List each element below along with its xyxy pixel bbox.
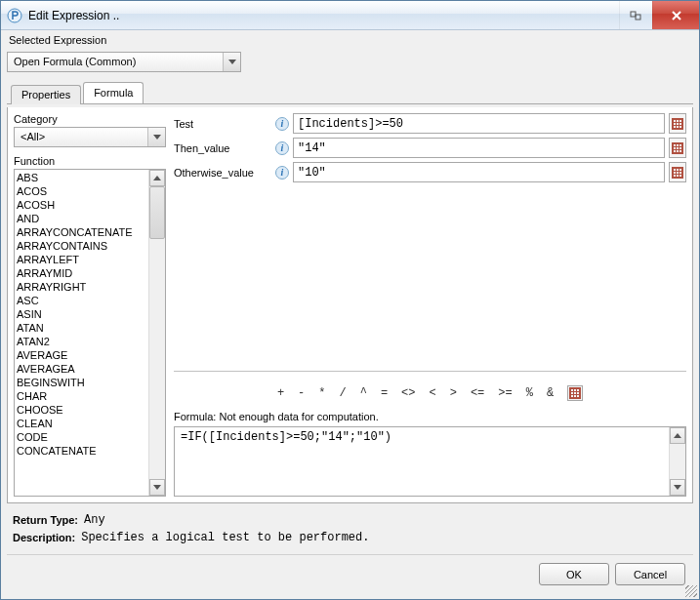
operator-button[interactable]: * bbox=[318, 386, 325, 400]
scroll-thumb[interactable] bbox=[149, 186, 165, 239]
operator-button[interactable]: >= bbox=[498, 386, 512, 400]
list-item[interactable]: ATAN bbox=[17, 321, 146, 335]
divider bbox=[174, 371, 686, 372]
category-label: Category bbox=[14, 113, 166, 125]
scroll-track[interactable] bbox=[149, 186, 165, 479]
close-icon bbox=[671, 10, 682, 21]
window-title: Edit Expression .. bbox=[28, 9, 619, 22]
category-value: <All> bbox=[21, 131, 45, 142]
list-item[interactable]: ARRAYCONTAINS bbox=[17, 239, 146, 253]
info-icon[interactable]: i bbox=[275, 141, 289, 155]
grid-icon bbox=[672, 118, 683, 130]
grid-icon bbox=[672, 167, 683, 179]
tab-properties[interactable]: Properties bbox=[11, 85, 81, 104]
param-then-input[interactable] bbox=[293, 138, 665, 158]
cancel-button[interactable]: Cancel bbox=[615, 563, 685, 585]
operator-button[interactable]: < bbox=[430, 386, 436, 400]
scroll-up-button[interactable] bbox=[670, 427, 685, 444]
list-item[interactable]: AVERAGE bbox=[17, 348, 146, 362]
window-buttons bbox=[619, 1, 699, 29]
chevron-up-icon bbox=[674, 433, 681, 438]
list-item[interactable]: ATAN2 bbox=[17, 335, 146, 348]
list-item[interactable]: ACOS bbox=[17, 184, 146, 198]
list-item[interactable]: CODE bbox=[17, 430, 146, 444]
param-then-row: Then_value i bbox=[174, 138, 686, 158]
scrollbar[interactable] bbox=[148, 170, 165, 496]
function-list-inner: ABSACOSACOSHANDARRAYCONCATENATEARRAYCONT… bbox=[15, 170, 148, 496]
formula-status: Formula: Not enough data for computation… bbox=[174, 411, 686, 422]
list-item[interactable]: ARRAYMID bbox=[17, 266, 146, 280]
resize-grip[interactable] bbox=[685, 585, 697, 597]
svg-rect-1 bbox=[631, 12, 636, 17]
list-item[interactable]: BEGINSWITH bbox=[17, 376, 146, 389]
selected-expression-combo[interactable]: Open Formula (Common) bbox=[7, 52, 241, 72]
titlebar[interactable]: Edit Expression .. bbox=[1, 1, 699, 30]
spacer bbox=[174, 186, 686, 363]
param-test-row: Test i bbox=[174, 113, 686, 134]
list-item[interactable]: ARRAYRIGHT bbox=[17, 280, 146, 294]
grid-button[interactable] bbox=[669, 138, 686, 158]
param-otherwise-input[interactable] bbox=[293, 162, 665, 182]
left-column: Category <All> Function ABSACOSACOSHANDA… bbox=[14, 113, 166, 497]
list-item[interactable]: ACOSH bbox=[17, 198, 146, 212]
scrollbar[interactable] bbox=[669, 427, 685, 496]
operator-button[interactable]: <> bbox=[401, 386, 415, 400]
maximize-button[interactable] bbox=[619, 1, 652, 29]
list-item[interactable]: ASC bbox=[17, 294, 146, 307]
operator-button[interactable]: <= bbox=[471, 386, 484, 400]
description-label: Description: bbox=[13, 529, 75, 546]
selected-expression-value: Open Formula (Common) bbox=[14, 56, 136, 67]
list-item[interactable]: AND bbox=[17, 212, 146, 225]
category-combo[interactable]: <All> bbox=[14, 127, 166, 147]
operator-button[interactable]: + bbox=[277, 386, 284, 400]
grid-icon bbox=[672, 142, 683, 154]
selected-expression-label: Selected Expression bbox=[9, 34, 693, 46]
operator-button[interactable]: > bbox=[450, 386, 457, 400]
function-label: Function bbox=[14, 155, 166, 167]
list-item[interactable]: CONCATENATE bbox=[17, 444, 146, 458]
function-listbox[interactable]: ABSACOSACOSHANDARRAYCONCATENATEARRAYCONT… bbox=[14, 169, 166, 497]
close-button[interactable] bbox=[652, 1, 699, 29]
dialog-window: Edit Expression .. Selected Expression O… bbox=[0, 0, 700, 600]
info-icon[interactable]: i bbox=[275, 166, 289, 180]
description-value: Specifies a logical test to be performed… bbox=[81, 529, 369, 546]
operator-toolbar: +-*/^=<><><=>=%& bbox=[174, 380, 686, 407]
list-item[interactable]: ASIN bbox=[17, 307, 146, 321]
dialog-footer: OK Cancel bbox=[7, 554, 693, 593]
dialog-content: Selected Expression Open Formula (Common… bbox=[1, 30, 699, 599]
tab-formula[interactable]: Formula bbox=[83, 82, 144, 103]
operator-button[interactable]: ^ bbox=[360, 386, 367, 400]
list-item[interactable]: ARRAYLEFT bbox=[17, 253, 146, 266]
maximize-icon bbox=[630, 10, 643, 21]
param-test-input[interactable] bbox=[293, 113, 665, 134]
chevron-down-icon bbox=[153, 485, 161, 490]
grid-button[interactable] bbox=[669, 113, 686, 134]
operator-button[interactable]: - bbox=[298, 386, 305, 400]
operator-button[interactable]: = bbox=[381, 386, 388, 400]
ok-button[interactable]: OK bbox=[539, 563, 609, 585]
list-item[interactable]: ABS bbox=[17, 171, 146, 184]
scroll-up-button[interactable] bbox=[149, 170, 165, 186]
grid-button[interactable] bbox=[669, 162, 686, 182]
info-icon[interactable]: i bbox=[275, 117, 289, 131]
formula-textarea[interactable]: =IF([Incidents]>=50;"14";"10") bbox=[175, 427, 669, 496]
chevron-down-icon bbox=[223, 53, 240, 71]
list-item[interactable]: CLEAN bbox=[17, 417, 146, 430]
scroll-track[interactable] bbox=[670, 444, 685, 479]
list-item[interactable]: CHAR bbox=[17, 389, 146, 403]
tab-body: Category <All> Function ABSACOSACOSHANDA… bbox=[7, 107, 693, 503]
list-item[interactable]: CHOOSE bbox=[17, 403, 146, 417]
operator-button[interactable]: / bbox=[339, 386, 346, 400]
param-test-label: Test bbox=[174, 118, 271, 130]
chevron-down-icon bbox=[147, 128, 165, 146]
list-item[interactable]: AVERAGEA bbox=[17, 362, 146, 376]
operator-button[interactable]: & bbox=[547, 386, 554, 400]
list-item[interactable]: ARRAYCONCATENATE bbox=[17, 225, 146, 239]
operator-button[interactable]: % bbox=[526, 386, 533, 400]
grid-button[interactable] bbox=[567, 385, 583, 401]
right-column: Test i Then_value i Otherwise_value i bbox=[174, 113, 686, 497]
chevron-down-icon bbox=[674, 485, 681, 490]
scroll-down-button[interactable] bbox=[670, 479, 685, 496]
scroll-down-button[interactable] bbox=[149, 479, 165, 496]
grid-icon bbox=[569, 387, 581, 399]
